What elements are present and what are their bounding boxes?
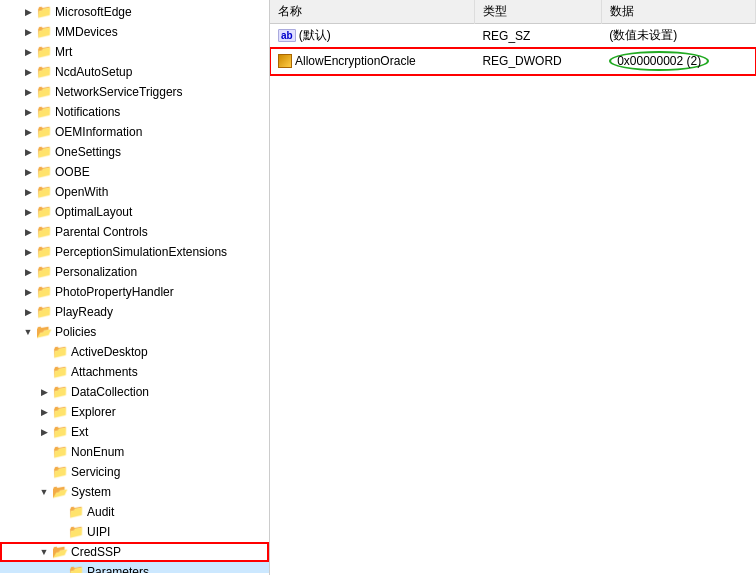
tree-item-uipi[interactable]: 📁UIPI — [0, 522, 269, 542]
tree-label-datacollection: DataCollection — [71, 383, 149, 401]
folder-icon-onesettings: 📁 — [36, 143, 52, 161]
tree-item-mmdevices[interactable]: ▶📁MMDevices — [0, 22, 269, 42]
tree-item-policies[interactable]: ▼📂Policies — [0, 322, 269, 342]
tree-label-activedesktop: ActiveDesktop — [71, 343, 148, 361]
tree-label-optimallayout: OptimalLayout — [55, 203, 132, 221]
tree-label-servicing: Servicing — [71, 463, 120, 481]
registry-tree-scroll[interactable]: ▶📁MicrosoftEdge▶📁MMDevices▶📁Mrt▶📁NcdAuto… — [0, 2, 269, 573]
value-name: AllowEncryptionOracle — [295, 54, 416, 68]
folder-icon-ext: 📁 — [52, 423, 68, 441]
tree-item-networkservicetriggers[interactable]: ▶📁NetworkServiceTriggers — [0, 82, 269, 102]
folder-icon-playready: 📁 — [36, 303, 52, 321]
tree-item-photopropertyhandler[interactable]: ▶📁PhotoPropertyHandler — [0, 282, 269, 302]
folder-icon-notifications: 📁 — [36, 103, 52, 121]
tree-item-onesettings[interactable]: ▶📁OneSettings — [0, 142, 269, 162]
tree-item-servicing[interactable]: 📁Servicing — [0, 462, 269, 482]
folder-icon-networkservicetriggers: 📁 — [36, 83, 52, 101]
folder-icon-perceptionsimulationextensions: 📁 — [36, 243, 52, 261]
tree-item-perceptionsimulationextensions[interactable]: ▶📁PerceptionSimulationExtensions — [0, 242, 269, 262]
folder-icon-mrt: 📁 — [36, 43, 52, 61]
tree-arrow-personalization: ▶ — [20, 263, 36, 281]
tree-arrow-networkservicetriggers: ▶ — [20, 83, 36, 101]
folder-icon-datacollection: 📁 — [52, 383, 68, 401]
cell-name-1: AllowEncryptionOracle — [270, 48, 474, 75]
tree-label-parentalcontrols: Parental Controls — [55, 223, 148, 241]
tree-arrow-ext: ▶ — [36, 423, 52, 441]
tree-item-oobe[interactable]: ▶📁OOBE — [0, 162, 269, 182]
tree-label-playready: PlayReady — [55, 303, 113, 321]
tree-label-ext: Ext — [71, 423, 88, 441]
tree-label-openwith: OpenWith — [55, 183, 108, 201]
tree-arrow-policies: ▼ — [20, 323, 36, 341]
tree-item-optimallayout[interactable]: ▶📁OptimalLayout — [0, 202, 269, 222]
tree-arrow-datacollection: ▶ — [36, 383, 52, 401]
tree-item-microsoftedge[interactable]: ▶📁MicrosoftEdge — [0, 2, 269, 22]
tree-label-networkservicetriggers: NetworkServiceTriggers — [55, 83, 183, 101]
tree-arrow-parentalcontrols: ▶ — [20, 223, 36, 241]
tree-arrow-oeminformation: ▶ — [20, 123, 36, 141]
tree-label-microsoftedge: MicrosoftEdge — [55, 3, 132, 21]
tree-arrow-mrt: ▶ — [20, 43, 36, 61]
tree-item-audit[interactable]: 📁Audit — [0, 502, 269, 522]
tree-item-system[interactable]: ▼📂System — [0, 482, 269, 502]
tree-item-explorer[interactable]: ▶📁Explorer — [0, 402, 269, 422]
tree-label-onesettings: OneSettings — [55, 143, 121, 161]
folder-icon-system: 📂 — [52, 483, 68, 501]
cell-data-0: (数值未设置) — [601, 24, 755, 48]
tree-item-ncdautosetup[interactable]: ▶📁NcdAutoSetup — [0, 62, 269, 82]
tree-item-ext[interactable]: ▶📁Ext — [0, 422, 269, 442]
folder-icon-photopropertyhandler: 📁 — [36, 283, 52, 301]
tree-item-activedesktop[interactable]: 📁ActiveDesktop — [0, 342, 269, 362]
table-header-row: 名称 类型 数据 — [270, 0, 756, 24]
tree-item-parentalcontrols[interactable]: ▶📁Parental Controls — [0, 222, 269, 242]
folder-icon-credssp: 📂 — [52, 543, 68, 561]
cell-data-1: 0x00000002 (2) — [601, 48, 755, 75]
tree-item-mrt[interactable]: ▶📁Mrt — [0, 42, 269, 62]
tree-label-parameters: Parameters — [87, 563, 149, 573]
tree-item-notifications[interactable]: ▶📁Notifications — [0, 102, 269, 122]
tree-label-audit: Audit — [87, 503, 114, 521]
folder-icon-parentalcontrols: 📁 — [36, 223, 52, 241]
folder-icon-uipi: 📁 — [68, 523, 84, 541]
tree-label-mmdevices: MMDevices — [55, 23, 118, 41]
tree-label-personalization: Personalization — [55, 263, 137, 281]
registry-tree-panel: ▶📁MicrosoftEdge▶📁MMDevices▶📁Mrt▶📁NcdAuto… — [0, 0, 270, 575]
cell-name-0: ab(默认) — [270, 24, 474, 48]
folder-icon-oeminformation: 📁 — [36, 123, 52, 141]
folder-icon-policies: 📂 — [36, 323, 52, 341]
tree-label-ncdautosetup: NcdAutoSetup — [55, 63, 132, 81]
tree-label-policies: Policies — [55, 323, 96, 341]
reg-icon — [278, 54, 292, 68]
tree-item-datacollection[interactable]: ▶📁DataCollection — [0, 382, 269, 402]
tree-item-credssp[interactable]: ▼📂CredSSP — [0, 542, 269, 562]
tree-arrow-photopropertyhandler: ▶ — [20, 283, 36, 301]
folder-icon-microsoftedge: 📁 — [36, 3, 52, 21]
tree-label-photopropertyhandler: PhotoPropertyHandler — [55, 283, 174, 301]
table-row[interactable]: ab(默认)REG_SZ(数值未设置) — [270, 24, 756, 48]
tree-item-openwith[interactable]: ▶📁OpenWith — [0, 182, 269, 202]
table-row[interactable]: AllowEncryptionOracleREG_DWORD0x00000002… — [270, 48, 756, 75]
tree-label-system: System — [71, 483, 111, 501]
col-header-data: 数据 — [601, 0, 755, 24]
tree-item-personalization[interactable]: ▶📁Personalization — [0, 262, 269, 282]
tree-label-mrt: Mrt — [55, 43, 72, 61]
folder-icon-audit: 📁 — [68, 503, 84, 521]
tree-arrow-openwith: ▶ — [20, 183, 36, 201]
tree-label-attachments: Attachments — [71, 363, 138, 381]
tree-arrow-credssp: ▼ — [36, 543, 52, 561]
folder-icon-openwith: 📁 — [36, 183, 52, 201]
tree-item-attachments[interactable]: 📁Attachments — [0, 362, 269, 382]
tree-item-nonenum[interactable]: 📁NonEnum — [0, 442, 269, 462]
folder-icon-nonenum: 📁 — [52, 443, 68, 461]
tree-item-oeminformation[interactable]: ▶📁OEMInformation — [0, 122, 269, 142]
tree-arrow-notifications: ▶ — [20, 103, 36, 121]
tree-label-oobe: OOBE — [55, 163, 90, 181]
tree-item-playready[interactable]: ▶📁PlayReady — [0, 302, 269, 322]
tree-arrow-oobe: ▶ — [20, 163, 36, 181]
table-body: ab(默认)REG_SZ(数值未设置)AllowEncryptionOracle… — [270, 24, 756, 75]
tree-label-uipi: UIPI — [87, 523, 110, 541]
tree-label-explorer: Explorer — [71, 403, 116, 421]
registry-values-panel: 名称 类型 数据 ab(默认)REG_SZ(数值未设置)AllowEncrypt… — [270, 0, 756, 575]
tree-item-parameters[interactable]: 📁Parameters — [0, 562, 269, 573]
folder-icon-ncdautosetup: 📁 — [36, 63, 52, 81]
